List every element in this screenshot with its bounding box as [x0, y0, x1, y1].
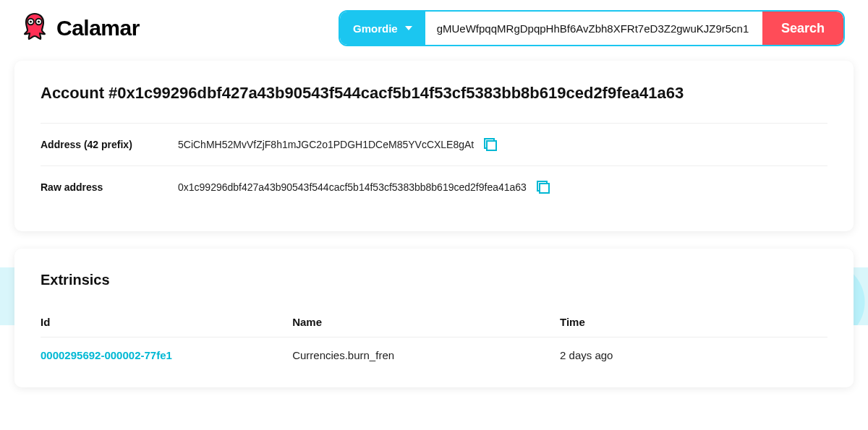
- search-bar: Gmordie Search: [339, 10, 845, 46]
- copy-icon[interactable]: [537, 181, 550, 194]
- logo-icon: [20, 11, 49, 46]
- search-input[interactable]: [425, 12, 762, 45]
- label-raw-address: Raw address: [41, 181, 178, 193]
- extrinsics-card: Extrinsics Id Name Time 0000295692-00000…: [14, 249, 854, 387]
- row-address-42: Address (42 prefix) 5CiChMH52MvVfZjF8h1m…: [41, 123, 827, 165]
- network-select-label: Gmordie: [353, 22, 398, 35]
- account-id: 0x1c99296dbf427a43b90543f544cacf5b14f53c…: [117, 84, 684, 102]
- label-address-42: Address (42 prefix): [41, 139, 178, 150]
- brand[interactable]: Calamar: [20, 11, 140, 46]
- col-header-time: Time: [560, 307, 827, 337]
- col-header-name: Name: [292, 307, 560, 337]
- account-card: Account #0x1c99296dbf427a43b90543f544cac…: [14, 61, 854, 231]
- copy-icon[interactable]: [484, 138, 497, 151]
- chevron-down-icon: [405, 26, 412, 30]
- title-prefix: Account #: [41, 84, 117, 102]
- col-header-id: Id: [41, 307, 292, 337]
- brand-name: Calamar: [56, 16, 140, 40]
- table-row: 0000295692-000002-77fe1 Currencies.burn_…: [41, 337, 827, 365]
- row-raw-address: Raw address 0x1c99296dbf427a43b90543f544…: [41, 165, 827, 208]
- page-title: Account #0x1c99296dbf427a43b90543f544cac…: [41, 84, 827, 103]
- extrinsic-name: Currencies.burn_fren: [292, 337, 560, 365]
- extrinsics-table: Id Name Time 0000295692-000002-77fe1 Cur…: [41, 307, 827, 364]
- header: Calamar Gmordie Search: [0, 0, 868, 56]
- svg-point-3: [38, 20, 40, 22]
- value-address-42: 5CiChMH52MvVfZjF8h1mJGC2o1PDGH1DCeM85YVc…: [178, 139, 474, 150]
- svg-point-2: [30, 20, 32, 22]
- extrinsic-time: 2 days ago: [560, 337, 827, 365]
- search-button[interactable]: Search: [762, 12, 843, 45]
- extrinsic-id-link[interactable]: 0000295692-000002-77fe1: [41, 349, 172, 361]
- value-raw-address: 0x1c99296dbf427a43b90543f544cacf5b14f53c…: [178, 181, 527, 193]
- extrinsics-title: Extrinsics: [41, 272, 827, 288]
- network-select[interactable]: Gmordie: [340, 12, 425, 45]
